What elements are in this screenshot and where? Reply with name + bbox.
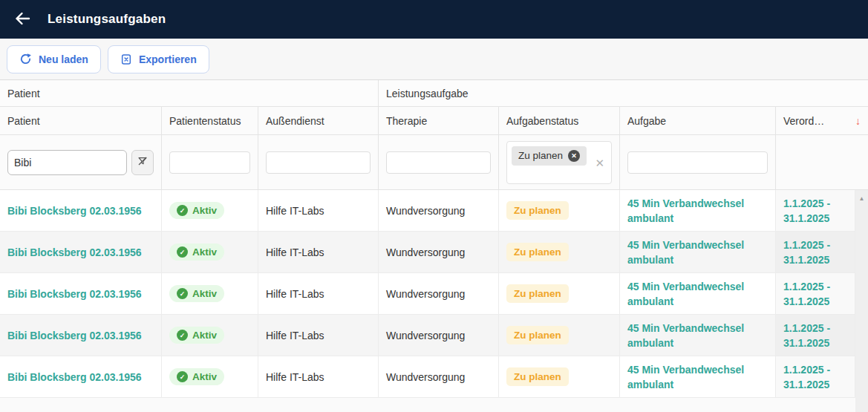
aufgabe-link[interactable]: 45 Min Verbandwechsel ambulant	[627, 321, 768, 350]
clear-tags-icon[interactable]: ✕	[595, 157, 604, 168]
verordnung-value[interactable]: 1.1.2025 - 31.1.2025	[783, 238, 847, 267]
aussendienst-value: Hilfe IT-Labs	[266, 330, 324, 341]
patient-status-label: Aktiv	[192, 330, 217, 341]
vertical-scrollbar[interactable]: ▲	[855, 190, 868, 412]
cell-aufgabenstatus: Zu planen	[499, 232, 620, 272]
tag-remove-icon[interactable]: ✕	[568, 150, 580, 162]
aufgabe-filter-input[interactable]	[627, 151, 768, 174]
filter-cell-patientenstatus	[162, 135, 258, 189]
table-row: Bibi Blocksberg 02.03.1956 ✓ Aktiv Hilfe…	[0, 356, 855, 398]
patient-link[interactable]: Bibi Blocksberg 02.03.1956	[7, 245, 142, 260]
aussendienst-value: Hilfe IT-Labs	[266, 246, 324, 258]
column-header-verordnung[interactable]: Verord… ↓	[776, 107, 868, 134]
column-header-aussendienst-label: Außendienst	[266, 115, 324, 127]
group-header-row: Patient Leistungsaufgabe	[0, 80, 868, 107]
check-circle-icon: ✓	[177, 288, 188, 299]
column-header-therapie[interactable]: Therapie	[379, 107, 499, 134]
check-circle-icon: ✓	[177, 246, 188, 258]
cell-patientenstatus: ✓ Aktiv	[162, 356, 258, 397]
column-header-patientenstatus-label: Patientenstatus	[169, 115, 241, 127]
cell-aufgabe: 45 Min Verbandwechsel ambulant	[620, 356, 776, 397]
task-status-badge: Zu planen	[506, 367, 569, 386]
cell-therapie: Wundversorgung	[379, 232, 499, 272]
cell-verordnung: 1.1.2025 - 31.1.2025	[776, 315, 855, 356]
column-header-aussendienst[interactable]: Außendienst	[258, 107, 379, 134]
cell-patientenstatus: ✓ Aktiv	[162, 232, 258, 272]
group-header-patient-label: Patient	[7, 88, 40, 99]
patientenstatus-filter-input[interactable]	[169, 151, 250, 174]
aufgabenstatus-filter-tagbox[interactable]: Zu planen ✕ ✕	[506, 141, 612, 184]
cell-aufgabenstatus: Zu planen	[499, 315, 620, 356]
export-button-label: Exportieren	[139, 53, 197, 65]
patient-link[interactable]: Bibi Blocksberg 02.03.1956	[7, 370, 142, 385]
filter-cell-patient	[0, 135, 162, 189]
cell-aufgabenstatus: Zu planen	[499, 190, 620, 231]
cell-aussendienst: Hilfe IT-Labs	[258, 232, 379, 272]
task-status-badge: Zu planen	[506, 326, 569, 344]
aussendienst-value: Hilfe IT-Labs	[266, 371, 324, 383]
patient-link[interactable]: Bibi Blocksberg 02.03.1956	[7, 203, 142, 218]
aussendienst-value: Hilfe IT-Labs	[266, 205, 324, 217]
patient-filter-input[interactable]	[7, 150, 127, 175]
app-bar: Leistungsaufgaben	[0, 0, 868, 39]
aufgabe-link[interactable]: 45 Min Verbandwechsel ambulant	[627, 196, 768, 226]
task-status-badge: Zu planen	[506, 243, 569, 261]
column-header-therapie-label: Therapie	[386, 115, 427, 127]
column-header-patientenstatus[interactable]: Patientenstatus	[162, 107, 258, 134]
patient-status-label: Aktiv	[192, 371, 217, 382]
filter-row: Zu planen ✕ ✕	[0, 135, 868, 190]
cell-aufgabe: 45 Min Verbandwechsel ambulant	[620, 190, 776, 231]
task-status-badge: Zu planen	[506, 284, 569, 303]
filter-tag-zu-planen[interactable]: Zu planen ✕	[512, 146, 587, 166]
column-header-patient-label: Patient	[7, 115, 40, 127]
filter-cell-aufgabenstatus: Zu planen ✕ ✕	[499, 135, 620, 189]
therapie-value: Wundversorgung	[386, 330, 465, 341]
data-grid: Patient Leistungsaufgabe Patient Patient…	[0, 79, 868, 412]
cell-verordnung: 1.1.2025 - 31.1.2025	[776, 273, 855, 314]
cell-patient: Bibi Blocksberg 02.03.1956	[0, 232, 162, 272]
toolbar: Neu laden Exportieren	[0, 39, 868, 79]
table-row: Bibi Blocksberg 02.03.1956 ✓ Aktiv Hilfe…	[0, 190, 855, 232]
cell-verordnung: 1.1.2025 - 31.1.2025	[776, 232, 855, 272]
therapie-value: Wundversorgung	[386, 205, 465, 217]
patient-status-badge: ✓ Aktiv	[169, 285, 224, 302]
verordnung-value[interactable]: 1.1.2025 - 31.1.2025	[783, 196, 847, 226]
column-header-aufgabenstatus-label: Aufgabenstatus	[506, 115, 578, 127]
column-header-aufgabenstatus[interactable]: Aufgabenstatus	[499, 107, 620, 134]
filter-tag-label: Zu planen	[518, 150, 563, 161]
cell-patient: Bibi Blocksberg 02.03.1956	[0, 190, 162, 231]
patient-status-label: Aktiv	[192, 246, 217, 258]
verordnung-value[interactable]: 1.1.2025 - 31.1.2025	[783, 362, 847, 392]
sort-desc-icon[interactable]: ↓	[855, 115, 861, 127]
cell-verordnung: 1.1.2025 - 31.1.2025	[776, 356, 855, 397]
therapie-value: Wundversorgung	[386, 371, 465, 383]
aussendienst-filter-input[interactable]	[266, 151, 371, 174]
table-row: Bibi Blocksberg 02.03.1956 ✓ Aktiv Hilfe…	[0, 315, 855, 356]
export-button[interactable]: Exportieren	[108, 45, 209, 73]
therapie-filter-input[interactable]	[386, 151, 491, 174]
cell-verordnung: 1.1.2025 - 31.1.2025	[776, 190, 855, 231]
column-header-patient[interactable]: Patient	[0, 107, 162, 134]
verordnung-value[interactable]: 1.1.2025 - 31.1.2025	[783, 279, 847, 309]
patient-status-badge: ✓ Aktiv	[169, 327, 224, 344]
verordnung-value[interactable]: 1.1.2025 - 31.1.2025	[783, 321, 847, 350]
back-button[interactable]	[13, 10, 32, 29]
patient-link[interactable]: Bibi Blocksberg 02.03.1956	[7, 287, 142, 301]
cell-therapie: Wundversorgung	[379, 315, 499, 356]
check-circle-icon: ✓	[177, 371, 188, 382]
scroll-up-icon[interactable]: ▲	[859, 195, 865, 412]
reload-button-label: Neu laden	[39, 53, 88, 65]
cell-aussendienst: Hilfe IT-Labs	[258, 190, 379, 231]
patient-link[interactable]: Bibi Blocksberg 02.03.1956	[7, 328, 142, 343]
column-header-aufgabe[interactable]: Aufgabe	[620, 107, 776, 134]
check-circle-icon: ✓	[177, 330, 188, 341]
aufgabe-link[interactable]: 45 Min Verbandwechsel ambulant	[627, 362, 768, 392]
aufgabe-link[interactable]: 45 Min Verbandwechsel ambulant	[627, 238, 768, 267]
cell-therapie: Wundversorgung	[379, 356, 499, 397]
therapie-value: Wundversorgung	[386, 288, 465, 300]
patient-status-badge: ✓ Aktiv	[169, 202, 224, 219]
reload-button[interactable]: Neu laden	[7, 45, 101, 73]
clear-filter-button[interactable]	[131, 150, 154, 175]
aufgabe-link[interactable]: 45 Min Verbandwechsel ambulant	[627, 279, 768, 309]
refresh-icon	[19, 53, 32, 65]
